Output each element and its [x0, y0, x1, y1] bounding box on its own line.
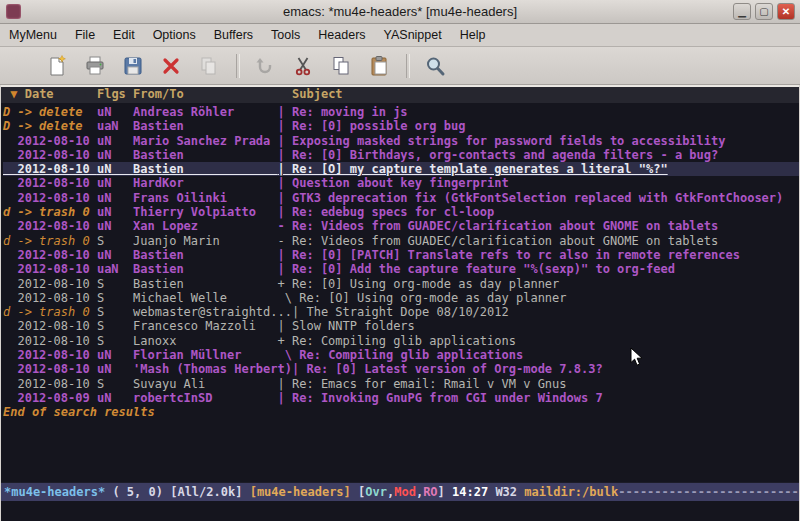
- print-icon: [194, 51, 224, 81]
- message-row[interactable]: 2012-08-10 S Suvayu Ali | Re: Emacs for …: [3, 377, 799, 391]
- modeline-time: 14:27: [452, 485, 488, 499]
- modeline-folder: maildir:/bulk: [524, 485, 618, 499]
- message-row[interactable]: 2012-08-10 uN Frans Oilinki | GTK3 depre…: [3, 191, 799, 205]
- echo-area[interactable]: [1, 501, 799, 521]
- menu-bar: MyMenuFileEditOptionsBuffersToolsHeaders…: [0, 24, 800, 47]
- save-icon[interactable]: [118, 51, 148, 81]
- menu-file[interactable]: File: [66, 25, 104, 46]
- message-row[interactable]: 2012-08-10 uN Florian Müllner \ Re: Comp…: [3, 348, 799, 362]
- field-date-mark: 2012-08-10: [3, 348, 97, 362]
- modeline-plain: [: [351, 485, 365, 499]
- message-row[interactable]: 2012-08-10 uN Bastien | Re: [0] [PATCH] …: [3, 248, 799, 262]
- field-flags: S: [97, 291, 133, 305]
- header-segment: ▼: [3, 87, 17, 101]
- field-flags: uN: [97, 391, 133, 405]
- field-subject: Re: [0] Add the capture feature "%(sexp)…: [292, 262, 675, 276]
- field-flags: uN: [97, 348, 133, 362]
- field-subject: Exposing masked strings for password fie…: [292, 134, 725, 148]
- field-subject: Re: Emacs for email: Rmail v VM v Gnus: [292, 377, 567, 391]
- field-thread-char: |: [278, 391, 292, 405]
- message-row[interactable]: D -> delete uaN Bastien | Re: [0] possib…: [3, 119, 799, 133]
- menu-options[interactable]: Options: [144, 25, 205, 46]
- field-date-mark: 2012-08-10: [3, 248, 97, 262]
- search-icon[interactable]: [420, 51, 450, 81]
- message-row[interactable]: 2012-08-10 uaN Bastien | Re: [0] Add the…: [3, 262, 799, 276]
- field-subject: Re: moving in js: [292, 105, 408, 119]
- field-flags: S: [97, 234, 133, 248]
- field-flags: uN: [97, 176, 133, 190]
- message-row[interactable]: D -> delete uN Andreas Röhler | Re: movi…: [3, 105, 799, 119]
- message-row[interactable]: 2012-08-10 uN 'Mash (Thomas Herbert)| Re…: [3, 362, 799, 376]
- modeline-dashes: ----------------------------: [618, 485, 799, 499]
- field-date-mark: 2012-08-10: [3, 148, 97, 162]
- field-thread-char: |: [278, 191, 292, 205]
- cut-icon[interactable]: [288, 51, 318, 81]
- maximize-button[interactable]: ▢: [755, 3, 773, 20]
- menu-headers[interactable]: Headers: [309, 25, 374, 46]
- message-row[interactable]: 2012-08-10 S Michael Welle \ Re: [O] Usi…: [3, 291, 799, 305]
- field-thread-char: |: [292, 305, 306, 319]
- modeline-plain: ( 5, 0): [105, 485, 170, 499]
- field-subject: Re: [0] Using org-mode as day planner: [292, 277, 559, 291]
- headers-buffer[interactable]: D -> delete uN Andreas Röhler | Re: movi…: [1, 103, 799, 482]
- field-subject: Slow NNTP folders: [292, 319, 415, 333]
- field-date-mark: 2012-08-09: [3, 391, 97, 405]
- field-from: Andreas Röhler: [133, 105, 278, 119]
- modeline-ovr: Ovr: [365, 485, 387, 499]
- field-date-mark: 2012-08-10: [3, 334, 97, 348]
- field-date-mark: D -> delete: [3, 119, 97, 133]
- menu-yasnippet[interactable]: YASnippet: [375, 25, 451, 46]
- close-button[interactable]: ✕: [777, 3, 795, 20]
- field-flags: S: [97, 319, 133, 333]
- field-thread-char: |: [278, 148, 292, 162]
- menu-edit[interactable]: Edit: [104, 25, 144, 46]
- field-thread-char: \: [278, 348, 300, 362]
- message-row[interactable]: d -> trash 0 S Juanjo Marin - Re: Videos…: [3, 234, 799, 248]
- field-date-mark: 2012-08-10: [3, 291, 97, 305]
- message-row[interactable]: 2012-08-10 S Bastien + Re: [0] Using org…: [3, 277, 799, 291]
- menu-mymenu[interactable]: MyMenu: [0, 25, 66, 46]
- field-flags: uN: [97, 134, 133, 148]
- field-from: Florian Müllner: [133, 348, 278, 362]
- message-row[interactable]: 2012-08-10 uN Bastien | Re: [O] my captu…: [3, 162, 799, 176]
- message-row[interactable]: 2012-08-09 uN robertcInSD | Re: Invoking…: [3, 391, 799, 405]
- kill-buffer-icon[interactable]: [156, 51, 186, 81]
- message-row[interactable]: 2012-08-10 uN HardKor | Question about k…: [3, 176, 799, 190]
- window-controls: ▁ ▢ ✕: [733, 3, 795, 20]
- message-row[interactable]: 2012-08-10 S Lanoxx + Re: Compiling glib…: [3, 334, 799, 348]
- title-bar[interactable]: emacs: *mu4e-headers* [mu4e-headers] ▁ ▢…: [0, 0, 800, 24]
- field-from: Frans Oilinki: [133, 191, 278, 205]
- message-row[interactable]: d -> trash 0 uN Thierry Volpiatto | Re: …: [3, 205, 799, 219]
- modeline-mod: Mod: [394, 485, 416, 499]
- message-row[interactable]: 2012-08-10 S Francesco Mazzoli | Slow NN…: [3, 319, 799, 333]
- field-from: Thierry Volpiatto: [133, 205, 278, 219]
- paste-icon[interactable]: [364, 51, 394, 81]
- field-date-mark: D -> delete: [3, 105, 97, 119]
- field-from: Bastien: [133, 277, 278, 291]
- field-from: Lanoxx: [133, 334, 278, 348]
- mouse-cursor: [630, 347, 644, 367]
- menu-help[interactable]: Help: [451, 25, 495, 46]
- message-row[interactable]: d -> trash 0 S webmaster@straightd...| T…: [3, 305, 799, 319]
- field-date-mark: 2012-08-10: [3, 319, 97, 333]
- header-segment: Subject: [278, 87, 343, 101]
- modeline-ro: RO: [423, 485, 437, 499]
- undo-icon: [250, 51, 280, 81]
- field-subject: Re: [0] Birthdays, org-contacts and agen…: [292, 148, 718, 162]
- field-subject: Re: Compiling glib applications: [292, 334, 516, 348]
- emacs-frame: ▼ Date Flgs From/To Subject D -> delete …: [0, 85, 800, 521]
- menu-tools[interactable]: Tools: [262, 25, 309, 46]
- toolbar-separator: [406, 54, 410, 78]
- open-file-icon[interactable]: [80, 51, 110, 81]
- minimize-button[interactable]: ▁: [733, 3, 751, 20]
- modeline-mode: [mu4e-headers]: [250, 485, 351, 499]
- copy-icon[interactable]: [326, 51, 356, 81]
- field-subject: Re: Invoking GnuPG from CGI under Window…: [292, 391, 603, 405]
- field-from: Francesco Mazzoli: [133, 319, 278, 333]
- new-file-icon[interactable]: [42, 51, 72, 81]
- menu-buffers[interactable]: Buffers: [205, 25, 262, 46]
- message-row[interactable]: 2012-08-10 uN Mario Sanchez Prada | Expo…: [3, 134, 799, 148]
- message-row[interactable]: 2012-08-10 uN Bastien | Re: [0] Birthday…: [3, 148, 799, 162]
- message-row[interactable]: 2012-08-10 uN Xan Lopez - Re: Videos fro…: [3, 219, 799, 233]
- field-date-mark: 2012-08-10: [3, 219, 97, 233]
